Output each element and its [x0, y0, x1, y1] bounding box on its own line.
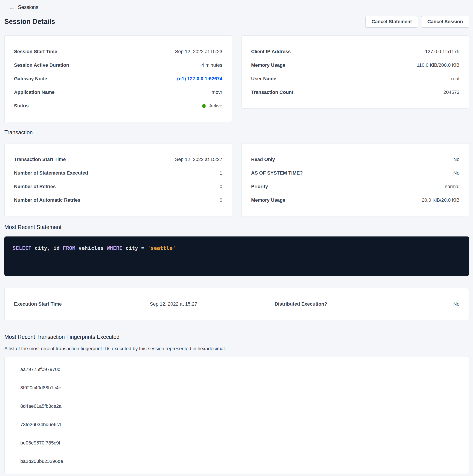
kv-label: Priority: [251, 184, 268, 189]
kv-row: User Nameroot: [251, 72, 459, 85]
fingerprint-list-item: be06e9570f785c9f: [5, 434, 469, 452]
kv-label: Memory Usage: [251, 197, 285, 203]
kv-value: 0: [220, 197, 222, 203]
kv-value: 127.0.0.1:51175: [425, 49, 459, 54]
kv-value: 20.0 KiB/20.0 KiB: [422, 197, 459, 203]
client-info-card: Client IP Address127.0.0.1:51175Memory U…: [242, 35, 469, 108]
kv-row: Transaction Start TimeSep 12, 2022 at 15…: [14, 153, 222, 166]
kv-value: normal: [445, 184, 459, 189]
sql-token-keyword: WHERE: [107, 245, 122, 251]
kv-value: Sep 12, 2022 at 15:23: [175, 49, 222, 54]
kv-label: Status: [14, 103, 29, 109]
session-status-badge: Active: [202, 103, 222, 109]
kv-row: Number of Automatic Retries0: [14, 193, 222, 207]
fingerprint-list-item: 73fe26034bd6e6c1: [5, 415, 469, 434]
kv-row: Session Start TimeSep 12, 2022 at 15:23: [14, 45, 222, 58]
kv-label: Number of Statements Executed: [14, 170, 88, 176]
sql-token-keyword: SELECT: [13, 245, 32, 251]
fingerprints-card: aa79775ff097970c8f920c40d88b1c4e8d4ae61a…: [4, 357, 469, 474]
status-active-dot-icon: [202, 104, 206, 108]
kv-label: Gateway Node: [14, 76, 47, 82]
transaction-info-card: Transaction Start TimeSep 12, 2022 at 15…: [4, 143, 232, 216]
kv-label: Number of Retries: [14, 184, 56, 189]
kv-value: No: [453, 157, 459, 162]
statement-section-heading: Most Recent Statement: [4, 224, 469, 230]
kv-value: 4 minutes: [201, 62, 222, 68]
kv-row: Application Namemovr: [14, 85, 222, 99]
kv-row: Number of Statements Executed1: [14, 166, 222, 180]
kv-label: Read Only: [251, 157, 275, 162]
kv-value: 1: [220, 170, 222, 176]
kv-row: AS OF SYSTEM TIME?No: [251, 166, 459, 180]
execution-start-time-label: Execution Start Time: [14, 301, 150, 307]
kv-label: Session Active Duration: [14, 62, 69, 68]
fingerprints-list: aa79775ff097970c8f920c40d88b1c4e8d4ae61a…: [5, 360, 469, 471]
sql-statement-text: SELECT city, id FROM vehicles WHERE city…: [13, 245, 461, 251]
kv-row: StatusActive: [14, 99, 222, 113]
kv-row: Memory Usage110.0 KiB/200.0 KiB: [251, 58, 459, 72]
session-details-page: ← Sessions Session Details Cancel Statem…: [0, 0, 473, 474]
kv-row: Prioritynormal: [251, 180, 459, 193]
fingerprint-list-item: 8f920c40d88b1c4e: [5, 379, 469, 397]
kv-row: Transaction Count204572: [251, 85, 459, 99]
sql-token-plain: city =: [122, 245, 147, 251]
kv-label: Memory Usage: [251, 62, 285, 68]
sql-token-string: 'seattle': [147, 245, 176, 251]
kv-value: 204572: [443, 89, 459, 95]
kv-value: Sep 12, 2022 at 15:27: [175, 157, 222, 162]
kv-value: 110.0 KiB/200.0 KiB: [417, 62, 459, 68]
kv-value: 0: [220, 184, 222, 189]
fingerprint-list-item: 8d4ae61a5fb3ce2a: [5, 397, 469, 415]
kv-value: No: [453, 170, 459, 176]
header-actions: Cancel Statement Cancel Session: [365, 16, 469, 28]
back-link-label: Sessions: [18, 4, 38, 10]
session-overview-row: Session Start TimeSep 12, 2022 at 15:23S…: [4, 35, 469, 122]
execution-start-time-value: Sep 12, 2022 at 15:27: [150, 301, 275, 307]
back-arrow-icon: ←: [9, 4, 15, 10]
kv-label: Application Name: [14, 89, 55, 95]
back-link[interactable]: ← Sessions: [4, 3, 469, 11]
kv-label: Session Start Time: [14, 49, 57, 54]
session-info-card: Session Start TimeSep 12, 2022 at 15:23S…: [4, 35, 232, 122]
kv-label: Number of Automatic Retries: [14, 197, 81, 203]
kv-label: Transaction Start Time: [14, 157, 66, 162]
sql-token-plain: vehicles: [75, 245, 107, 251]
fingerprint-list-item: ba2b203b823296de: [5, 452, 469, 471]
kv-label: Transaction Count: [251, 89, 293, 95]
transaction-section-heading: Transaction: [4, 129, 469, 136]
sql-statement-box: SELECT city, id FROM vehicles WHERE city…: [4, 237, 469, 276]
kv-row: Memory Usage20.0 KiB/20.0 KiB: [251, 193, 459, 207]
fingerprint-list-item: aa79775ff097970c: [5, 360, 469, 379]
kv-value: movr: [212, 89, 222, 95]
kv-row: Client IP Address127.0.0.1:51175: [251, 45, 459, 58]
sql-token-plain: city, id: [32, 245, 63, 251]
cancel-statement-button[interactable]: Cancel Statement: [365, 16, 418, 28]
transaction-row: Transaction Start TimeSep 12, 2022 at 15…: [4, 143, 469, 216]
fingerprints-section-heading: Most Recent Transaction Fingerprints Exe…: [4, 334, 469, 340]
fingerprints-description: A list of the most recent transaction fi…: [4, 345, 469, 352]
kv-row: Gateway Node(n1) 127.0.0.1:62674: [14, 72, 222, 85]
kv-row: Session Active Duration4 minutes: [14, 58, 222, 72]
transaction-props-card: Read OnlyNoAS OF SYSTEM TIME?NoPriorityn…: [242, 143, 469, 216]
cancel-session-button[interactable]: Cancel Session: [421, 16, 469, 28]
page-title: Session Details: [4, 18, 55, 26]
kv-label: User Name: [251, 76, 276, 82]
distributed-execution-value: No: [453, 301, 459, 307]
distributed-execution-label: Distributed Execution?: [275, 301, 392, 307]
kv-label: Client IP Address: [251, 49, 291, 54]
kv-label: AS OF SYSTEM TIME?: [251, 170, 303, 176]
kv-value: root: [451, 76, 459, 82]
sql-token-keyword: FROM: [63, 245, 75, 251]
execution-info-card: Execution Start Time Sep 12, 2022 at 15:…: [4, 288, 469, 320]
kv-row: Read OnlyNo: [251, 153, 459, 166]
kv-row: Number of Retries0: [14, 180, 222, 193]
page-header: Session Details Cancel Statement Cancel …: [4, 16, 469, 28]
gateway-node-link[interactable]: (n1) 127.0.0.1:62674: [177, 76, 222, 82]
